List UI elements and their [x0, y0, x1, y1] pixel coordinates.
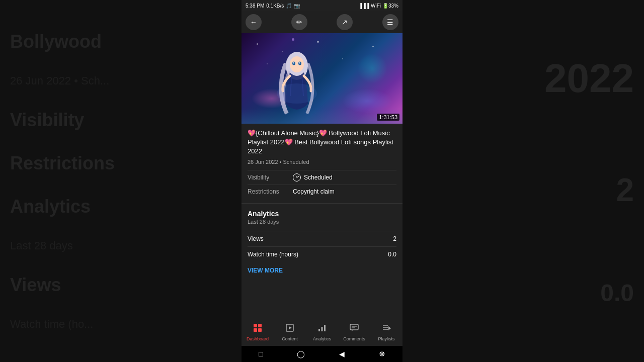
svg-rect-10 [258, 328, 262, 332]
status-right: ▐▐▐ WiFi 🔋33% [359, 3, 398, 9]
comments-label: Comments [343, 336, 365, 341]
android-accessibility-btn[interactable]: ☸ [379, 350, 385, 358]
view-more-button[interactable]: VIEW MORE [248, 267, 283, 274]
bg-left-visibility: Visibility [10, 110, 231, 131]
bg-right-year: 2022 [544, 55, 634, 102]
svg-rect-7 [254, 324, 257, 327]
share-icon: ↗ [342, 18, 348, 26]
analytics-label: Analytics [313, 336, 331, 341]
tiktok-icon: 🎵 [286, 3, 292, 9]
analytics-section: Analytics Last 28 days Views 2 Watch tim… [242, 204, 403, 318]
svg-marker-12 [289, 326, 292, 329]
camera-icon: 📷 [294, 3, 300, 9]
duration-badge: 1:31:53 [377, 114, 399, 121]
restrictions-label: Restrictions [248, 188, 293, 195]
bg-left-restrictions: Restrictions [10, 153, 231, 174]
android-circle-btn[interactable]: ◯ [297, 350, 305, 358]
svg-point-5 [299, 62, 300, 64]
background-left: Bollywood 26 Jun 2022 • Sch... Visibilit… [0, 0, 242, 362]
particle [257, 43, 258, 45]
status-time: 5:38 PM [246, 3, 264, 9]
back-icon: ← [250, 18, 257, 26]
clock-icon [293, 173, 301, 182]
analytics-title: Analytics [248, 210, 396, 218]
nav-analytics[interactable]: Analytics [306, 323, 338, 341]
edit-icon: ✏ [296, 18, 302, 26]
video-thumbnail: 1:31:53 [242, 33, 403, 124]
battery-icon: 🔋33% [382, 3, 398, 9]
android-back-btn[interactable]: ◀ [339, 350, 345, 358]
more-icon: ☰ [387, 18, 393, 26]
video-title: 💖{Chillout Alone Music}💖 Bollywood Lofi … [248, 129, 396, 156]
clock-minute [297, 176, 299, 177]
nav-content[interactable]: Content [274, 323, 306, 341]
visibility-row: Visibility Scheduled [248, 170, 396, 185]
particle [342, 58, 343, 59]
bg-right-number: 2 [616, 171, 634, 209]
svg-marker-23 [388, 326, 391, 330]
svg-rect-14 [321, 327, 323, 331]
views-label: Views [248, 235, 264, 242]
analytics-subtitle: Last 28 days [248, 219, 396, 225]
video-meta: 26 Jun 2022 • Scheduled [248, 159, 396, 165]
visibility-value: Scheduled [293, 173, 333, 182]
status-bar: 5:38 PM 0.1KB/s 🎵 📷 ▐▐▐ WiFi 🔋33% [242, 0, 403, 11]
wifi-icon: WiFi [371, 3, 381, 9]
watch-time-row: Watch time (hours) 0.0 [248, 246, 396, 262]
visibility-label: Visibility [248, 174, 293, 181]
video-info: 💖{Chillout Alone Music}💖 Bollywood Lofi … [242, 124, 403, 204]
svg-point-4 [293, 62, 294, 64]
svg-point-1 [290, 56, 304, 72]
status-speed: 0.1KB/s [266, 3, 284, 9]
views-value: 2 [393, 235, 396, 242]
nav-playlists[interactable]: Playlists [370, 323, 403, 341]
nav-comments[interactable]: Comments [338, 323, 370, 341]
android-square-btn[interactable]: □ [259, 350, 263, 358]
content-label: Content [282, 336, 298, 341]
edit-button[interactable]: ✏ [291, 14, 307, 30]
thumbnail-bg [242, 33, 403, 124]
bottom-nav: Dashboard Content Analytics [242, 318, 403, 346]
share-button[interactable]: ↗ [337, 14, 353, 30]
restrictions-value: Copyright claim [293, 188, 335, 195]
bg-right-decimal: 0.0 [600, 279, 634, 307]
background-right: 2022 2 0.0 [403, 0, 644, 362]
bg-left-last28: Last 28 days [10, 239, 231, 252]
android-nav: □ ◯ ◀ ☸ [242, 346, 403, 362]
comments-icon [349, 323, 359, 335]
particle [317, 41, 319, 43]
particle [292, 38, 294, 41]
particle [372, 46, 374, 47]
glow-teal [357, 53, 387, 83]
svg-rect-16 [350, 324, 358, 330]
analytics-icon [317, 323, 327, 335]
bg-left-analytics: Analytics [10, 196, 231, 217]
playlists-label: Playlists [378, 336, 394, 341]
back-button[interactable]: ← [246, 14, 262, 30]
more-button[interactable]: ☰ [382, 14, 398, 30]
svg-rect-9 [254, 328, 257, 332]
visibility-status: Scheduled [304, 174, 333, 181]
watch-time-value: 0.0 [388, 251, 396, 258]
svg-marker-19 [352, 330, 353, 331]
svg-rect-13 [318, 329, 320, 331]
svg-rect-8 [258, 324, 262, 327]
nav-dashboard[interactable]: Dashboard [242, 323, 274, 341]
dashboard-icon [253, 323, 263, 335]
content-icon [285, 323, 295, 335]
svg-point-6 [277, 83, 317, 104]
bg-left-watchtime: Watch time (ho... [10, 318, 231, 331]
bg-left-title: Bollywood [10, 31, 231, 52]
bg-left-views: Views [10, 275, 231, 296]
particle [267, 63, 268, 64]
watch-time-label: Watch time (hours) [248, 251, 298, 258]
dashboard-label: Dashboard [247, 336, 269, 341]
signal-icon: ▐▐▐ [359, 3, 369, 9]
restrictions-row: Restrictions Copyright claim [248, 185, 396, 198]
playlists-icon [381, 323, 391, 335]
phone-ui: 5:38 PM 0.1KB/s 🎵 📷 ▐▐▐ WiFi 🔋33% ← ✏ ↗ … [242, 0, 403, 362]
status-left: 5:38 PM 0.1KB/s 🎵 📷 [246, 3, 300, 9]
svg-rect-15 [324, 325, 326, 331]
top-nav: ← ✏ ↗ ☰ [242, 11, 403, 33]
bg-left-date: 26 Jun 2022 • Sch... [10, 74, 231, 87]
